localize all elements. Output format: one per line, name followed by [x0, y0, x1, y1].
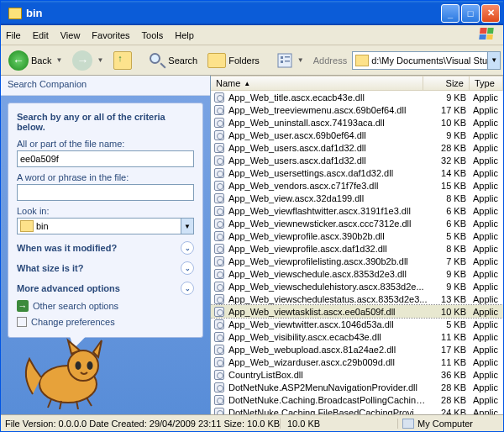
forward-button[interactable]: → ▼	[68, 48, 108, 73]
close-button[interactable]: ✕	[481, 4, 500, 23]
lookin-value: bin	[36, 221, 181, 231]
menu-file[interactable]: File	[6, 30, 21, 40]
menu-edit[interactable]: Edit	[33, 30, 49, 40]
menu-tools[interactable]: Tools	[142, 30, 164, 40]
menu-help[interactable]: Help	[175, 30, 194, 40]
svg-rect-3	[285, 56, 290, 58]
file-type: Applic	[470, 193, 503, 203]
col-size[interactable]: Size	[423, 76, 470, 90]
file-type: Applic	[470, 408, 503, 415]
file-name: CountryListBox.dll	[228, 370, 428, 380]
back-button[interactable]: ← Back ▼	[4, 48, 66, 73]
file-size: 6 KB	[428, 206, 470, 216]
file-row[interactable]: App_Web_viewprofilelisting.ascx.390b2b.d…	[211, 255, 503, 267]
status-loc-label: My Computer	[417, 419, 473, 429]
address-input[interactable]	[371, 55, 487, 66]
file-row[interactable]: App_Web_visibility.ascx.ecacb43e.dll11 K…	[211, 330, 503, 343]
address-bar[interactable]: ▼	[352, 51, 501, 70]
file-row[interactable]: App_Web_viewprofile.ascx.390b2b.dll5 KBA…	[211, 229, 503, 242]
file-rows[interactable]: App_Web_title.ascx.ecacb43e.dll9 KBAppli…	[211, 91, 503, 414]
dll-file-icon	[213, 92, 226, 103]
file-row[interactable]: App_Web_viewtwitter.ascx.1046d53a.dll5 K…	[211, 318, 503, 330]
file-row[interactable]: App_Web_uninstall.ascx.74193aca.dll10 KB…	[211, 116, 503, 129]
file-name: App_Web_viewtwitter.ascx.1046d53a.dll	[228, 319, 428, 329]
file-name: App_Web_viewprofile.ascx.390b2b.dll	[228, 231, 428, 241]
file-row[interactable]: App_Web_wizarduser.ascx.c29b009d.dll11 K…	[211, 356, 503, 368]
file-type: Applic	[470, 395, 503, 405]
dll-file-icon	[213, 344, 226, 356]
svg-point-6	[68, 350, 98, 381]
file-row[interactable]: DotNetNuke.Caching.BroadcastPollingCachi…	[211, 393, 503, 406]
maximize-button[interactable]: □	[461, 4, 480, 23]
file-type: Applic	[470, 92, 503, 103]
chevron-down-icon[interactable]: ▼	[97, 56, 103, 64]
dll-file-icon	[213, 394, 226, 406]
mascot-area	[1, 345, 210, 414]
other-options-link[interactable]: → Other search options	[17, 300, 194, 312]
file-name: App_Web_treeviewmenu.ascx.69b0ef64.dll	[228, 105, 428, 115]
file-row[interactable]: App_Web_users.ascx.daf1d32.dll32 KBAppli…	[211, 154, 503, 166]
views-button[interactable]: ▼	[272, 48, 308, 73]
folder-icon	[207, 53, 226, 68]
file-row[interactable]: App_Web_user.ascx.69b0ef64.dll9 KBApplic	[211, 129, 503, 141]
filename-input[interactable]	[17, 150, 194, 167]
file-row[interactable]: App_Web_viewschedule.ascx.8353d2e3.dll9 …	[211, 267, 503, 280]
file-row[interactable]: App_Web_viewtasklist.ascx.ee0a509f.dll10…	[211, 305, 503, 318]
file-row[interactable]: App_Web_viewnewsticker.ascx.ccc7312e.dll…	[211, 217, 503, 229]
col-type[interactable]: Type	[470, 76, 503, 90]
file-type: Applic	[470, 143, 503, 153]
address-dropdown-button[interactable]: ▼	[487, 52, 500, 69]
file-row[interactable]: App_Web_viewschedulehistory.ascx.8353d2e…	[211, 280, 503, 292]
file-size: 14 KB	[428, 168, 470, 178]
file-row[interactable]: App_Web_viewprofile.ascx.daf1d32.dll8 KB…	[211, 242, 503, 255]
dll-file-icon	[213, 319, 226, 330]
up-button[interactable]	[109, 48, 136, 73]
file-row[interactable]: CountryListBox.dll36 KBApplic	[211, 368, 503, 381]
search-criteria-panel: Search by any or all of the criteria bel…	[8, 103, 203, 338]
file-row[interactable]: App_Web_viewschedulestatus.ascx.8353d2e3…	[211, 292, 503, 305]
file-size: 24 KB	[428, 408, 470, 415]
file-row[interactable]: DotNetNuke.Caching.FileBasedCachingProvi…	[211, 406, 503, 414]
file-row[interactable]: App_Web_treeviewmenu.ascx.69b0ef64.dll17…	[211, 103, 503, 116]
menu-favorites[interactable]: Favorites	[92, 30, 129, 40]
chevron-down-icon[interactable]: ▼	[181, 219, 193, 234]
dll-file-icon	[213, 382, 226, 393]
file-size: 7 KB	[428, 256, 470, 266]
minimize-button[interactable]: _	[441, 4, 459, 23]
file-size: 11 KB	[428, 332, 470, 342]
dll-file-icon	[213, 268, 226, 280]
titlebar[interactable]: bin _ □ ✕	[1, 1, 503, 25]
advanced-expander[interactable]: More advanced options ⌄	[17, 282, 194, 295]
lookin-select[interactable]: bin ▼	[17, 218, 194, 234]
dll-file-icon	[213, 104, 226, 116]
menu-view[interactable]: View	[60, 30, 81, 40]
chevron-down-icon[interactable]: ▼	[297, 56, 304, 64]
file-row[interactable]: DotNetNuke.ASP2MenuNavigationProvider.dl…	[211, 381, 503, 393]
phrase-input[interactable]	[17, 184, 194, 201]
what-size-expander[interactable]: What size is it? ⌄	[17, 261, 194, 275]
file-row[interactable]: App_Web_users.ascx.daf1d32.dll28 KBAppli…	[211, 141, 503, 154]
file-name: App_Web_viewtasklist.ascx.ee0a509f.dll	[228, 307, 428, 317]
folder-up-icon	[113, 51, 132, 70]
file-row[interactable]: App_Web_view.ascx.32da199.dll8 KBApplic	[211, 192, 503, 204]
change-prefs-link[interactable]: Change preferences	[17, 317, 194, 327]
file-name: App_Web_uninstall.ascx.74193aca.dll	[228, 118, 428, 128]
advanced-label: More advanced options	[17, 283, 120, 293]
folders-button[interactable]: Folders	[203, 48, 264, 73]
file-type: Applic	[470, 357, 503, 367]
file-name: App_Web_visibility.ascx.ecacb43e.dll	[228, 332, 428, 342]
file-row[interactable]: App_Web_vendors.ascx.c71f7fe3.dll15 KBAp…	[211, 179, 503, 192]
chevron-down-icon[interactable]: ▼	[55, 56, 62, 64]
col-name[interactable]: Name▲	[211, 76, 423, 90]
file-row[interactable]: App_Web_webupload.ascx.81a24ae2.dll17 KB…	[211, 343, 503, 356]
file-type: Applic	[470, 307, 503, 317]
dll-file-icon	[213, 142, 226, 154]
cat-mascot-icon	[18, 334, 110, 409]
file-row[interactable]: App_Web_title.ascx.ecacb43e.dll9 KBAppli…	[211, 91, 503, 103]
search-button[interactable]: Search	[144, 48, 202, 73]
file-size: 32 KB	[428, 155, 470, 166]
search-icon	[149, 52, 165, 69]
file-row[interactable]: App_Web_viewflashtwitter.ascx.3191f1e3.d…	[211, 204, 503, 217]
when-modified-expander[interactable]: When was it modified? ⌄	[17, 241, 194, 255]
file-row[interactable]: App_Web_usersettings.ascx.daf1d32.dll14 …	[211, 166, 503, 179]
